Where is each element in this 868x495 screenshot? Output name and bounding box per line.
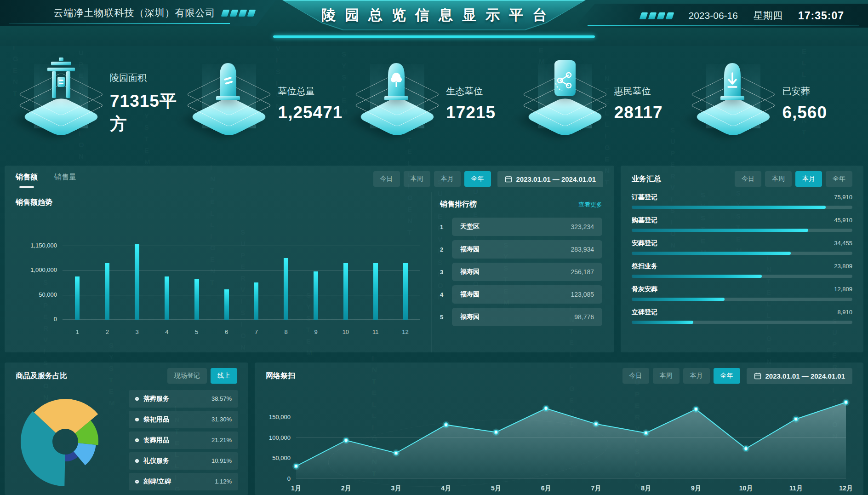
data-point [494,430,498,434]
legend-label: 祭祀用品 [143,415,169,424]
tombstone-icon [182,52,276,155]
tab-sales-amount[interactable]: 销售额 [16,173,38,186]
rank-value: 256,187 [571,268,594,276]
kpi-label: 陵园面积 [110,72,182,84]
legend-row[interactable]: 礼仪服务10.91% [129,452,238,470]
legend-dot [135,438,139,442]
business-item-value: 12,809 [834,286,852,293]
memorial-arch-icon [14,52,108,155]
filter-month[interactable]: 本月 [434,171,461,187]
rank-value: 123,085 [571,291,594,298]
business-item-value: 34,455 [834,240,852,247]
kpi-label: 惠民墓位 [614,85,663,98]
x-axis-label: 7 [241,328,271,335]
network-date-range[interactable]: 2023.01.01 — 2024.01.01 [747,368,852,384]
sales-trend-section: 销售额趋势 050,0001,000,0001,150,000123456789… [5,192,431,352]
filter-year[interactable]: 全年 [714,368,740,384]
x-axis-label: 11月 [789,484,803,492]
legend-label: 落葬服务 [143,395,169,403]
progress-track [632,229,852,232]
y-axis-label: 100,000 [269,434,291,441]
bar-month-9 [314,271,318,320]
data-point [294,464,298,468]
data-point [444,423,448,426]
x-axis-label: 2月 [341,484,351,492]
ranking-row[interactable]: 2福寿园283,934 [440,240,602,259]
sales-date-range[interactable]: 2023.01.01 — 2024.01.01 [497,171,603,187]
filter-year[interactable]: 全年 [826,171,852,187]
legend-dot [135,418,139,421]
tab-sales-volume[interactable]: 销售量 [54,173,76,186]
title-banner: 陵园总览信息显示平台 [273,0,595,38]
progress-track [632,206,852,209]
rank-value: 323,234 [571,223,594,230]
business-item: 骨灰安葬12,809 [632,285,852,301]
rank-name: 福寿园 [460,245,480,253]
filter-today[interactable]: 今日 [373,171,400,187]
x-axis-label: 6 [211,328,241,335]
progress-track [632,321,852,324]
legend-dot [135,480,139,483]
data-point [394,451,398,455]
x-axis-label: 12 [390,328,420,335]
x-axis-label: 5月 [491,484,501,492]
bar-month-11 [373,263,378,320]
bar-chart-title: 销售额趋势 [16,198,427,207]
ranking-header: 销售排行榜 查看更多 [440,200,602,209]
ranking-row[interactable]: 5福寿园98,776 [440,308,602,326]
calendar-icon [505,175,512,183]
tombstone-tree-icon [350,52,444,155]
business-filter-group: 今日本周本月全年 [735,171,852,187]
filter-week[interactable]: 本周 [765,171,792,187]
legend-row[interactable]: 丧葬用品21.21% [129,432,238,449]
x-axis-label: 10月 [739,484,753,492]
legend-percent: 38.57% [211,395,232,402]
business-item-label: 订墓登记 [632,193,657,201]
y-axis-label: 50,000 [16,291,57,298]
deco-chips-icon [640,12,673,19]
bar-month-2 [105,263,109,320]
sales-bar-chart: 050,0001,000,0001,150,000123456789101112 [16,208,427,346]
ranking-row[interactable]: 4福寿园123,085 [440,285,602,304]
kpi-label: 已安葬 [782,85,827,98]
services-button-group: 现场登记线上 [167,368,237,384]
filter-month[interactable]: 本月 [795,171,822,187]
kpi-card: 墓位总量1,25471 [182,46,350,161]
services-panel-header: 商品及服务占比 现场登记线上 [5,363,248,389]
ranking-row[interactable]: 1天堂区323,234 [440,218,602,236]
btn-onsite-register[interactable]: 现场登记 [167,368,207,384]
filter-week[interactable]: 本周 [404,171,430,187]
legend-percent: 10.91% [211,457,232,464]
filter-today[interactable]: 今日 [735,171,761,187]
business-item-value: 23,809 [834,263,852,270]
business-title: 业务汇总 [632,174,661,184]
x-axis-label: 3月 [391,484,401,492]
bottom-row: 商品及服务占比 现场登记线上 落葬服务38.57%祭祀用品31.30%丧葬用品2… [0,363,868,495]
progress-fill [632,298,725,301]
btn-online[interactable]: 线上 [211,368,237,384]
filter-today[interactable]: 今日 [622,368,649,384]
legend-row[interactable]: 落葬服务38.57% [129,390,238,408]
data-point-glow [442,421,450,428]
filter-week[interactable]: 本周 [653,368,680,384]
bar-month-4 [165,276,169,320]
x-axis-label: 1 [63,328,92,335]
x-axis-label: 9月 [691,484,701,492]
data-point [744,447,748,450]
x-axis-label: 6月 [541,484,551,492]
business-progress-list: 订墓登记75,910购墓登记45,910安葬登记34,455祭扫业务23,809… [621,192,863,324]
legend-row[interactable]: 祭祀用品31.30% [129,411,238,428]
datetime-banner: 2023-06-16 星期四 17:35:07 [574,4,868,28]
view-more-link[interactable]: 查看更多 [578,201,602,209]
legend-row[interactable]: 刻碑/立碑1.12% [129,473,238,490]
filter-month[interactable]: 本月 [683,368,710,384]
data-point [544,407,548,410]
rank-name: 福寿园 [460,313,480,321]
bar-month-3 [135,244,139,320]
filter-year[interactable]: 全年 [464,171,491,187]
ranking-row[interactable]: 3福寿园256,187 [440,263,602,281]
x-axis-label: 11 [360,328,390,335]
current-weekday: 星期四 [754,9,782,22]
bar-month-5 [194,279,199,320]
calendar-icon [754,372,761,380]
